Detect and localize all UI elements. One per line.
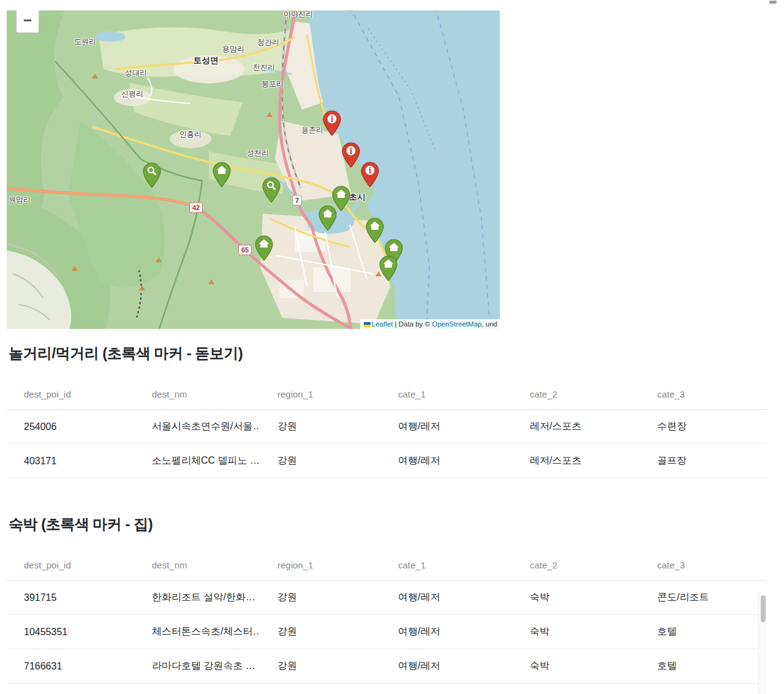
table-row: 403171소노펠리체CC 델피노 …강원여행/레저레저/스포츠골프장 [7, 444, 767, 478]
table-cell: 여행/레저 [381, 444, 513, 478]
table-header: dest_poi_id dest_nm region_1 cate_1 cate… [7, 550, 767, 581]
col-region-1: region_1 [260, 379, 381, 410]
house-marker[interactable] [255, 235, 273, 261]
map[interactable]: 아야진리도원리청간리용암리토성면천진리성대리봉포리신평리인흥리용촌리성천리초시원… [7, 10, 500, 329]
info-marker[interactable]: i [342, 142, 360, 168]
attribution-suffix: , und [481, 320, 497, 328]
table-cell: 한화리조트 설악/한화… [135, 581, 260, 615]
table-cell: 레저/스포츠 [513, 444, 640, 478]
svg-text:i: i [350, 146, 353, 156]
svg-text:i: i [331, 115, 334, 124]
attribution-text: Data by © [399, 320, 432, 328]
table-cell: 콘도/리조트 [640, 581, 767, 615]
map-place-label: 청간리 [257, 37, 279, 48]
road-shield: 65 [238, 245, 252, 255]
peak-icon [92, 74, 98, 78]
col-dest-nm: dest_nm [135, 550, 260, 581]
table-header: dest_poi_id dest_nm region_1 cate_1 cate… [7, 379, 767, 410]
col-cate-1: cate_1 [381, 550, 513, 581]
col-cate-3: cate_3 [640, 550, 767, 581]
table-cell: 수련장 [640, 410, 767, 444]
col-region-1: region_1 [260, 550, 381, 581]
map-place-label: 원암리 [9, 195, 31, 205]
col-cate-3: cate_3 [640, 379, 767, 410]
col-cate-2: cate_2 [513, 550, 640, 581]
peak-icon [156, 257, 162, 262]
poi-table-stay: dest_poi_id dest_nm region_1 cate_1 cate… [7, 550, 767, 684]
table-cell: 강원 [260, 410, 381, 444]
scrollbar-nub[interactable] [769, 1, 777, 4]
peak-icon [208, 279, 214, 284]
table-cell: 403171 [7, 444, 135, 478]
house-marker[interactable] [318, 205, 337, 231]
table-cell: 라마다호텔 강원속초 … [135, 649, 260, 684]
map-place-label: 초시 [349, 192, 366, 203]
col-dest-nm: dest_nm [135, 379, 260, 410]
table-cell: 서울시속초연수원/서울… [135, 410, 260, 444]
section-title: 숙박 (초록색 마커 - 집) [7, 515, 767, 534]
road-shield: 7 [292, 195, 302, 206]
col-cate-1: cate_1 [381, 379, 513, 410]
table-cell: 소노펠리체CC 델피노 … [135, 444, 260, 478]
table-cell: 강원 [260, 649, 381, 684]
house-marker[interactable] [213, 162, 231, 187]
map-place-label: 성대리 [125, 68, 147, 78]
svg-text:i: i [369, 166, 372, 175]
info-marker[interactable]: i [323, 110, 341, 136]
peak-icon [72, 266, 78, 271]
map-place-label: 아야진리 [284, 10, 313, 20]
map-place-label: 봉포리 [262, 79, 284, 89]
map-tiles [7, 10, 500, 329]
map-place-label: 용암리 [222, 44, 244, 55]
table-row: 391715한화리조트 설악/한화…강원여행/레저숙박콘도/리조트 [7, 581, 767, 615]
table-cell: 호텔 [640, 649, 767, 684]
leaflet-link[interactable]: Leaflet [372, 320, 393, 328]
table-cell: 254006 [7, 410, 135, 444]
search-marker[interactable] [143, 162, 161, 188]
section-play-eat: 놀거리/먹거리 (초록색 마커 - 돋보기) dest_poi_id dest_… [7, 344, 767, 478]
table-row: 7166631라마다호텔 강원속초 …강원여행/레저숙박호텔 [7, 649, 767, 684]
table-cell: 7166631 [7, 649, 135, 684]
table-cell: 10455351 [7, 615, 135, 649]
section-stay: 숙박 (초록색 마커 - 집) dest_poi_id dest_nm regi… [7, 515, 767, 684]
map-place-label: 천진리 [253, 62, 275, 73]
table-scrollbar[interactable] [758, 593, 767, 694]
map-place-label: 용촌리 [301, 125, 323, 135]
house-marker[interactable] [366, 217, 384, 243]
info-marker[interactable]: i [361, 162, 379, 187]
table-cell: 숙박 [513, 649, 640, 684]
house-marker[interactable] [379, 255, 398, 281]
col-dest-poi-id: dest_poi_id [7, 550, 135, 581]
table-cell: 숙박 [513, 581, 640, 615]
table-cell: 호텔 [640, 615, 767, 649]
table-cell: 숙박 [513, 615, 640, 649]
map-place-label: 도원리 [74, 37, 96, 47]
col-dest-poi-id: dest_poi_id [7, 379, 135, 410]
table-cell: 여행/레저 [381, 649, 513, 684]
table-row: 254006서울시속초연수원/서울…강원여행/레저레저/스포츠수련장 [7, 410, 767, 444]
road-shield: 42 [189, 203, 203, 213]
table-cell: 체스터톤스속초/체스터… [135, 615, 260, 649]
scrollbar-thumb[interactable] [761, 595, 766, 622]
table-cell: 여행/레저 [381, 581, 513, 615]
map-place-label: 신평리 [121, 89, 143, 99]
search-marker[interactable] [262, 177, 281, 203]
poi-table-play: dest_poi_id dest_nm region_1 cate_1 cate… [7, 379, 767, 478]
map-place-label: 인흥리 [179, 129, 202, 140]
table-cell: 레저/스포츠 [513, 410, 640, 444]
map-place-label: 토성면 [194, 55, 219, 66]
peak-icon [139, 285, 145, 290]
attribution-separator: | [393, 320, 398, 328]
table-cell: 강원 [260, 444, 381, 478]
osm-link[interactable]: OpenStreetMap [432, 320, 481, 328]
map-place-label: 성천리 [247, 148, 269, 159]
col-cate-2: cate_2 [513, 379, 640, 410]
table-cell: 여행/레저 [381, 410, 513, 444]
section-title: 놀거리/먹거리 (초록색 마커 - 돋보기) [7, 344, 767, 363]
table-cell: 강원 [260, 581, 381, 615]
table-cell: 골프장 [640, 444, 767, 478]
table-row: 10455351체스터톤스속초/체스터…강원여행/레저숙박호텔 [7, 615, 767, 649]
zoom-out-button[interactable]: − [15, 10, 40, 34]
table-cell: 여행/레저 [381, 615, 513, 649]
map-attribution: Leaflet | Data by © OpenStreetMap, und [360, 319, 500, 329]
